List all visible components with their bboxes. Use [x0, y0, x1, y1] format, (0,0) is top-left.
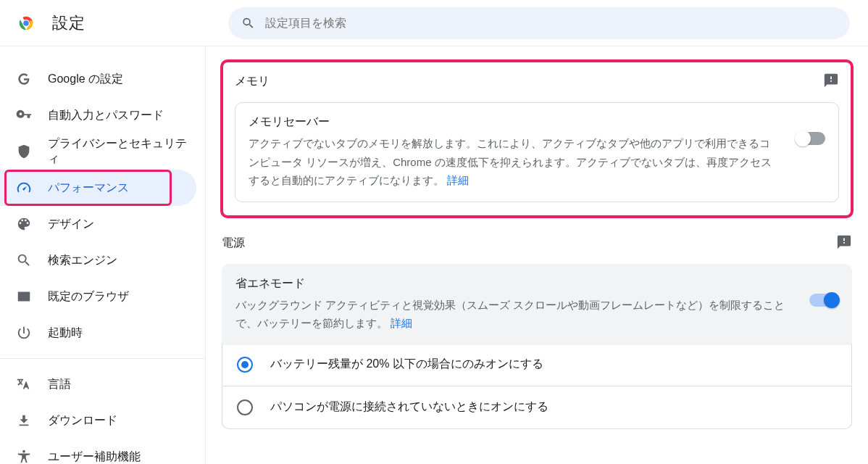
sidebar-item-accessibility[interactable]: ユーザー補助機能 [0, 439, 196, 464]
radio-icon [237, 399, 253, 415]
search-input[interactable] [265, 17, 837, 30]
energy-saver-title: 省エネモード [235, 276, 792, 291]
sidebar-item-privacy[interactable]: プライバシーとセキュリティ [0, 133, 196, 170]
palette-icon [16, 216, 32, 232]
svg-point-2 [23, 20, 29, 26]
sidebar-item-language[interactable]: 言語 [0, 366, 196, 402]
memory-saver-setting: メモリセーバー アクティブでないタブのメモリを解放します。これにより、アクティブ… [235, 102, 839, 202]
sidebar-item-label: 検索エンジン [48, 253, 117, 268]
energy-option-unplugged[interactable]: パソコンが電源に接続されていないときにオンにする [222, 386, 851, 428]
memory-section: メモリ メモリセーバー アクティブでないタブのメモリを解放します。これにより、ア… [220, 59, 854, 218]
sidebar-item-autofill[interactable]: 自動入力とパスワード [0, 97, 196, 133]
feedback-icon[interactable] [836, 234, 852, 252]
search-icon [241, 16, 255, 30]
main-content: メモリ メモリセーバー アクティブでないタブのメモリを解放します。これにより、ア… [206, 46, 868, 464]
sidebar-divider [0, 358, 205, 359]
radio-label: パソコンが電源に接続されていないときにオンにする [270, 399, 548, 415]
memory-saver-toggle[interactable] [796, 132, 825, 145]
sidebar-item-download[interactable]: ダウンロード [0, 402, 196, 439]
energy-saver-options: バッテリー残量が 20% 以下の場合にのみオンにする パソコンが電源に接続されて… [222, 344, 852, 429]
energy-saver-desc-text: バックグラウンド アクティビティと視覚効果（スムーズ スクロールや動画フレームレ… [235, 299, 785, 330]
sidebar-item-label: ユーザー補助機能 [48, 450, 141, 465]
sidebar-item-label: ダウンロード [48, 413, 117, 428]
search-box[interactable] [228, 7, 850, 39]
sidebar-item-search-engine[interactable]: 検索エンジン [0, 242, 196, 278]
sidebar-item-startup[interactable]: 起動時 [0, 315, 196, 351]
energy-option-battery-20[interactable]: バッテリー残量が 20% 以下の場合にのみオンにする [222, 344, 851, 386]
sidebar-item-label: 起動時 [48, 326, 83, 341]
speed-icon [16, 180, 32, 196]
key-icon [16, 107, 32, 123]
sidebar-item-label: Google の設定 [48, 72, 123, 87]
sidebar-item-default-browser[interactable]: 既定のブラウザ [0, 278, 196, 315]
sidebar-item-google[interactable]: Google の設定 [0, 61, 196, 97]
memory-detail-link[interactable]: 詳細 [447, 174, 469, 186]
memory-saver-desc: アクティブでないタブのメモリを解放します。これにより、アクティブなタブや他のアプ… [249, 134, 779, 190]
memory-section-title: メモリ [235, 74, 270, 89]
energy-saver-setting: 省エネモード バックグラウンド アクティビティと視覚効果（スムーズ スクロールや… [222, 264, 852, 345]
radio-icon [237, 357, 253, 373]
power-section: 電源 省エネモード バックグラウンド アクティビティと視覚効果（スムーズ スクロ… [220, 234, 854, 429]
memory-saver-title: メモリセーバー [249, 115, 779, 130]
google-icon [16, 71, 32, 87]
energy-detail-link[interactable]: 詳細 [391, 317, 412, 329]
sidebar-item-label: 既定のブラウザ [48, 289, 129, 304]
chrome-logo-icon [16, 13, 36, 33]
sidebar-item-design[interactable]: デザイン [0, 206, 196, 242]
browser-icon [16, 289, 32, 304]
power-icon [16, 325, 32, 341]
feedback-icon[interactable] [823, 72, 839, 91]
shield-icon [16, 144, 32, 160]
energy-saver-desc: バックグラウンド アクティビティと視覚効果（スムーズ スクロールや動画フレームレ… [235, 296, 792, 333]
sidebar-item-label: 自動入力とパスワード [48, 108, 164, 123]
search-icon [16, 252, 32, 268]
sidebar-item-label: 言語 [48, 377, 71, 392]
app-header: 設定 [0, 0, 868, 46]
sidebar-item-label: パフォーマンス [48, 181, 129, 196]
page-title: 設定 [52, 12, 85, 34]
language-icon [16, 376, 32, 392]
memory-saver-desc-text: アクティブでないタブのメモリを解放します。これにより、アクティブなタブや他のアプ… [249, 137, 772, 186]
sidebar: Google の設定 自動入力とパスワード プライバシーとセキュリティ パフォー… [0, 46, 206, 464]
download-icon [16, 413, 32, 428]
sidebar-item-label: プライバシーとセキュリティ [48, 136, 196, 167]
radio-label: バッテリー残量が 20% 以下の場合にのみオンにする [270, 357, 543, 372]
power-section-title: 電源 [222, 236, 245, 251]
sidebar-item-label: デザイン [48, 217, 94, 232]
sidebar-item-performance[interactable]: パフォーマンス [0, 170, 196, 206]
accessibility-icon [16, 449, 32, 464]
energy-saver-toggle[interactable] [809, 294, 838, 307]
